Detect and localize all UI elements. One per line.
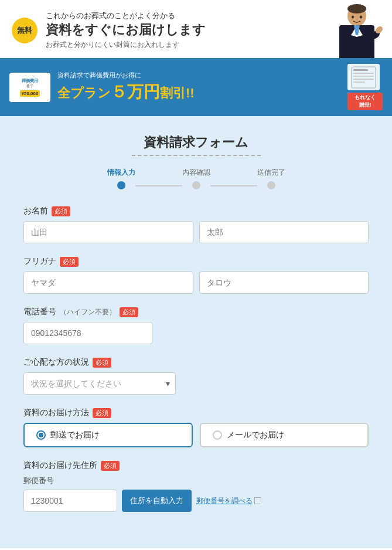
radio-postal-circle bbox=[36, 430, 46, 440]
banner-small: 資料請求で葬儀費用がお得に bbox=[57, 71, 340, 80]
radio-email-circle bbox=[213, 430, 222, 440]
svg-point-5 bbox=[352, 16, 354, 19]
step-3: 送信完了 bbox=[257, 168, 285, 189]
step-3-dot bbox=[267, 181, 275, 189]
postal-lookup-link[interactable]: 郵便番号を調べる bbox=[196, 496, 261, 506]
form-title: 資料請求フォーム bbox=[23, 134, 369, 151]
free-badge: 無料 bbox=[12, 18, 38, 43]
svg-rect-14 bbox=[353, 82, 365, 83]
furigana-label: フリガナ 必須 bbox=[23, 256, 369, 267]
address-required: 必須 bbox=[101, 461, 120, 471]
banner-big: 全プラン５万円割引!! bbox=[57, 81, 340, 103]
name-first-input[interactable] bbox=[199, 221, 369, 243]
auto-fill-button[interactable]: 住所を自動入力 bbox=[122, 490, 192, 512]
address-row: 住所を自動入力 郵便番号を調べる bbox=[23, 490, 369, 512]
svg-rect-11 bbox=[353, 73, 374, 74]
form-divider bbox=[132, 155, 261, 156]
step-2-label: 内容確認 bbox=[182, 168, 210, 178]
step-3-label: 送信完了 bbox=[257, 168, 285, 178]
header: 無料 これからのお葬式のことがよく分かる 資料をすぐにお届けします お葬式と分か… bbox=[0, 0, 392, 58]
delivery-email-label: メールでお届け bbox=[227, 430, 284, 440]
banner-tag: もれなく贈呈! bbox=[347, 93, 383, 110]
checkbox-icon bbox=[254, 497, 261, 504]
person-svg bbox=[330, 3, 383, 64]
phone-input-wrapper bbox=[23, 322, 369, 344]
phone-label: 電話番号 （ハイフン不要） 必須 bbox=[23, 307, 369, 317]
address-label: 資料のお届け先住所 必須 bbox=[23, 460, 369, 471]
svg-point-6 bbox=[360, 16, 362, 19]
status-field-group: ご心配な方の状況 必須 状況を選択してください 自分のため 家族のため その他 … bbox=[23, 357, 369, 395]
phone-required: 必須 bbox=[120, 307, 138, 317]
form-area: 資料請求フォーム 情報入力 内容確認 送信完了 お名前 必須 フリガ bbox=[0, 116, 392, 548]
name-field-group: お名前 必須 bbox=[23, 206, 369, 243]
furigana-field-group: フリガナ 必須 bbox=[23, 256, 369, 294]
name-label: お名前 必須 bbox=[23, 206, 369, 216]
status-select-wrapper: 状況を選択してください 自分のため 家族のため その他 ▾ bbox=[23, 372, 176, 395]
svg-rect-12 bbox=[353, 76, 374, 77]
step-1: 情報入力 bbox=[107, 168, 135, 189]
postal-sub-label: 郵便番号 bbox=[23, 476, 369, 486]
status-required: 必須 bbox=[93, 358, 111, 368]
phone-field-group: 電話番号 （ハイフン不要） 必須 bbox=[23, 307, 369, 344]
step-2: 内容確認 bbox=[182, 168, 210, 189]
name-last-input[interactable] bbox=[23, 221, 193, 243]
postal-code-input[interactable] bbox=[23, 490, 117, 512]
phone-input[interactable] bbox=[23, 322, 152, 344]
status-label: ご心配な方の状況 必須 bbox=[23, 357, 369, 368]
banner: 葬儀費用 冊子 ¥50,000 資料請求で葬儀費用がお得に 全プラン５万円割引!… bbox=[0, 58, 392, 116]
delivery-email-option[interactable]: メールでお届け bbox=[200, 423, 369, 447]
delivery-postal-label: 郵送でお届け bbox=[50, 430, 100, 440]
delivery-label: 資料のお届け方法 必須 bbox=[23, 408, 369, 418]
svg-point-1 bbox=[347, 4, 366, 13]
status-select[interactable]: 状況を選択してください 自分のため 家族のため その他 bbox=[23, 372, 176, 395]
svg-rect-13 bbox=[353, 79, 374, 80]
step-2-dot bbox=[192, 181, 200, 189]
delivery-postal-option[interactable]: 郵送でお届け bbox=[23, 423, 193, 447]
furigana-last-input[interactable] bbox=[23, 271, 193, 294]
brochure-image bbox=[347, 64, 380, 90]
step-line-1 bbox=[135, 185, 182, 186]
delivery-radio-group: 郵送でお届け メールでお届け bbox=[23, 423, 369, 447]
address-field-group: 資料のお届け先住所 必須 郵便番号 住所を自動入力 郵便番号を調べる bbox=[23, 460, 369, 512]
banner-book: 葬儀費用 冊子 ¥50,000 bbox=[9, 73, 50, 102]
delivery-field-group: 資料のお届け方法 必須 郵送でお届け メールでお届け bbox=[23, 408, 369, 447]
banner-text: 資料請求で葬儀費用がお得に 全プラン５万円割引!! bbox=[57, 71, 340, 103]
svg-rect-10 bbox=[353, 69, 368, 71]
step-line-2 bbox=[210, 185, 257, 186]
step-1-dot bbox=[117, 181, 125, 189]
furigana-input-row bbox=[23, 271, 369, 294]
banner-right: もれなく贈呈! bbox=[347, 64, 383, 110]
person-image bbox=[328, 0, 386, 64]
name-required: 必須 bbox=[52, 206, 70, 216]
furigana-required: 必須 bbox=[60, 257, 79, 267]
step-1-label: 情報入力 bbox=[107, 168, 135, 178]
delivery-required: 必須 bbox=[93, 408, 111, 418]
furigana-first-input[interactable] bbox=[199, 271, 369, 294]
steps: 情報入力 内容確認 送信完了 bbox=[23, 168, 369, 189]
name-input-row bbox=[23, 221, 369, 243]
banner-amount: ５万円 bbox=[111, 83, 160, 101]
phone-hint: （ハイフン不要） bbox=[60, 307, 116, 317]
